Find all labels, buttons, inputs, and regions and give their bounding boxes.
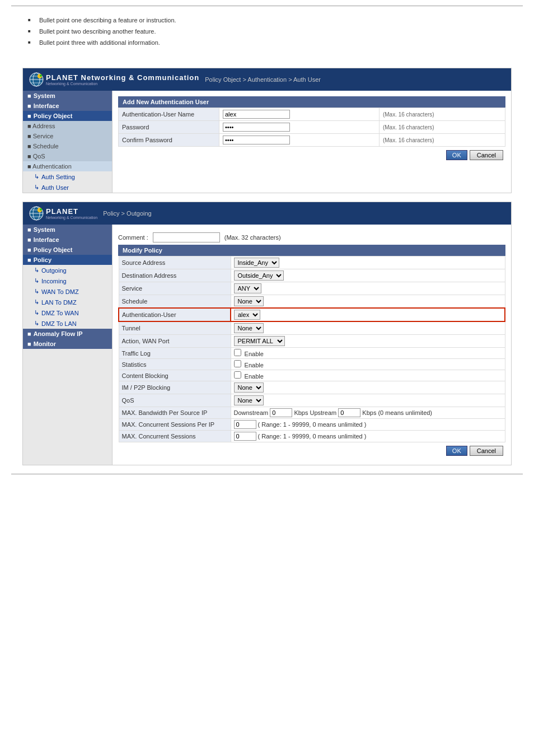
sidebar2-lantodmz[interactable]: ↳ LAN To DMZ: [23, 297, 112, 307]
comment-label: Comment :: [118, 234, 148, 241]
auth-username-input[interactable]: [223, 110, 290, 119]
action-wan-select[interactable]: PERMIT ALL: [234, 336, 285, 346]
auth-user-row: Authentication-User alex: [119, 308, 505, 321]
dest-address-cell: Outside_Any: [231, 269, 505, 282]
sidebar1-address[interactable]: ■ Address: [23, 121, 112, 131]
source-address-select[interactable]: Inside_Any: [234, 258, 279, 268]
sidebar2-dmztowan[interactable]: ↳ DMZ To WAN: [23, 307, 112, 318]
schedule-label: Schedule: [119, 295, 231, 309]
source-address-row: Source Address Inside_Any: [119, 256, 505, 269]
dmztowan-icon: ↳: [34, 309, 39, 316]
sys2-label: System: [34, 226, 55, 233]
comment-input[interactable]: [153, 232, 220, 242]
panel2-content: Comment : (Max. 32 characters) Modify Po…: [113, 225, 511, 465]
sidebar2-monitor[interactable]: ■ Monitor: [23, 339, 112, 349]
form1-title: Add New Authentication User: [118, 96, 505, 108]
iface2-icon: ■: [27, 236, 31, 243]
comment-hint: (Max. 32 characters): [224, 234, 281, 241]
wantodmz-icon: ↳: [34, 288, 39, 295]
auth-password-input[interactable]: [223, 123, 290, 132]
brand2-name: PLANET: [46, 207, 97, 216]
sidebar1-service[interactable]: ■ Service: [23, 131, 112, 141]
service-select[interactable]: ANY: [234, 283, 261, 293]
tunnel-select[interactable]: None: [234, 323, 264, 333]
content-blocking-row: Content Blocking Enable: [119, 370, 505, 381]
dest-address-select[interactable]: Outside_Any: [234, 270, 284, 281]
panel1-cancel-button[interactable]: Cancel: [470, 150, 503, 160]
statistics-row: Statistics Enable: [119, 359, 505, 370]
bottom-divider: [11, 474, 523, 474]
sidebar2-wantodmz[interactable]: ↳ WAN To DMZ: [23, 286, 112, 297]
bandwidth-label: MAX. Bandwidth Per Source IP: [119, 407, 231, 419]
sidebar2-incoming[interactable]: ↳ Incoming: [23, 276, 112, 286]
anomaly-label: Anomaly Flow IP: [34, 330, 83, 337]
qos-select[interactable]: None: [234, 395, 264, 405]
sidebar1-interface[interactable]: ■ Interface: [23, 101, 112, 111]
panel2-sidebar: ■ System ■ Interface ■ Policy Object ■ P…: [23, 225, 113, 465]
max-sessions-ip-label: MAX. Concurrent Sessions Per IP: [119, 419, 231, 431]
auth-username-hint: (Max. 16 characters): [379, 108, 505, 121]
max-sessions-ip-input[interactable]: [234, 420, 256, 429]
sidebar2-policyobj[interactable]: ■ Policy Object: [23, 245, 112, 255]
tunnel-row: Tunnel None: [119, 321, 505, 335]
panel1-sidebar: ■ System ■ Interface ■ Policy Object ■ A…: [23, 91, 113, 193]
panel2-cancel-button[interactable]: Cancel: [470, 446, 503, 456]
max-sessions-ip-row: MAX. Concurrent Sessions Per IP ( Range:…: [119, 419, 505, 431]
wantodmz-label: WAN To DMZ: [41, 288, 79, 295]
sidebar1-schedule[interactable]: ■ Schedule: [23, 141, 112, 151]
sidebar1-policy-object[interactable]: ■ Policy Object: [23, 111, 112, 121]
monitor-label: Monitor: [34, 340, 56, 347]
statistics-cell: Enable: [231, 359, 505, 370]
sidebar2-interface[interactable]: ■ Interface: [23, 235, 112, 245]
sidebar2-outgoing[interactable]: ↳ Outgoing: [23, 265, 112, 276]
kbps-hint: Kbps (0 means unlimited): [362, 409, 432, 416]
upstream-input[interactable]: [338, 408, 360, 417]
kbps-downstream-label: Kbps Upstream: [294, 409, 336, 416]
dmztowan-label: DMZ To WAN: [41, 310, 79, 316]
auth-user-select[interactable]: alex: [234, 310, 260, 320]
interface-icon: ■: [27, 102, 31, 109]
panel2-ok-button[interactable]: OK: [446, 446, 467, 456]
panel1-body: ■ System ■ Interface ■ Policy Object ■ A…: [23, 91, 511, 193]
sidebar1-qos[interactable]: ■ QoS: [23, 151, 112, 161]
planet2-brand: PLANET Networking & Communication: [46, 207, 97, 220]
schedule-select[interactable]: None: [234, 296, 264, 306]
dmztolan-label: DMZ To LAN: [41, 320, 77, 327]
sidebar1-authentication[interactable]: ■ Authentication: [23, 161, 112, 171]
traffic-log-enable: Enable: [245, 351, 264, 357]
policy2-icon: ■: [27, 256, 31, 263]
panel1-ok-button[interactable]: OK: [446, 150, 467, 160]
panel1-breadcrumb: Policy Object > Authentication > Auth Us…: [199, 76, 505, 83]
schedule-row: Schedule None: [119, 295, 505, 309]
auth-password-cell: [219, 121, 380, 134]
auth-user-icon: ↳: [34, 184, 39, 191]
qos-row: QoS None: [119, 394, 505, 407]
sys2-icon: ■: [27, 226, 31, 233]
bullet-2: Bullet point two describing another feat…: [28, 26, 506, 37]
auth-username-label: Authentication-User Name: [119, 108, 219, 121]
interface-label: Interface: [34, 102, 59, 109]
bullets-section: Bullet point one describing a feature or…: [11, 6, 523, 59]
panel1-btn-row: OK Cancel: [118, 147, 505, 164]
system-icon: ■: [27, 92, 31, 99]
auth-confirm-input[interactable]: [223, 136, 290, 144]
sidebar2-system[interactable]: ■ System: [23, 225, 112, 235]
sidebar2-policy[interactable]: ■ Policy: [23, 255, 112, 265]
content-blocking-checkbox[interactable]: [234, 371, 241, 379]
traffic-log-checkbox[interactable]: [234, 349, 241, 356]
max-sessions-input[interactable]: [234, 432, 256, 441]
planet-logo2-icon: [29, 206, 44, 221]
sidebar2-anomaly[interactable]: ■ Anomaly Flow IP: [23, 329, 112, 339]
sidebar1-auth-user[interactable]: ↳ Auth User: [23, 182, 112, 193]
sidebar2-dmztolan[interactable]: ↳ DMZ To LAN: [23, 318, 112, 329]
im-p2p-select[interactable]: None: [234, 382, 264, 393]
statistics-checkbox[interactable]: [234, 360, 241, 367]
downstream-input[interactable]: [270, 408, 292, 417]
sidebar1-auth-setting[interactable]: ↳ Auth Setting: [23, 171, 112, 182]
svg-point-6: [40, 74, 42, 77]
sidebar1-system[interactable]: ■ System: [23, 91, 112, 101]
auth-form-table: Authentication-User Name (Max. 16 charac…: [118, 108, 505, 147]
panel2-body: ■ System ■ Interface ■ Policy Object ■ P…: [23, 225, 511, 465]
action-wan-row: Action, WAN Port PERMIT ALL: [119, 335, 505, 348]
outgoing-icon: ↳: [34, 267, 39, 274]
